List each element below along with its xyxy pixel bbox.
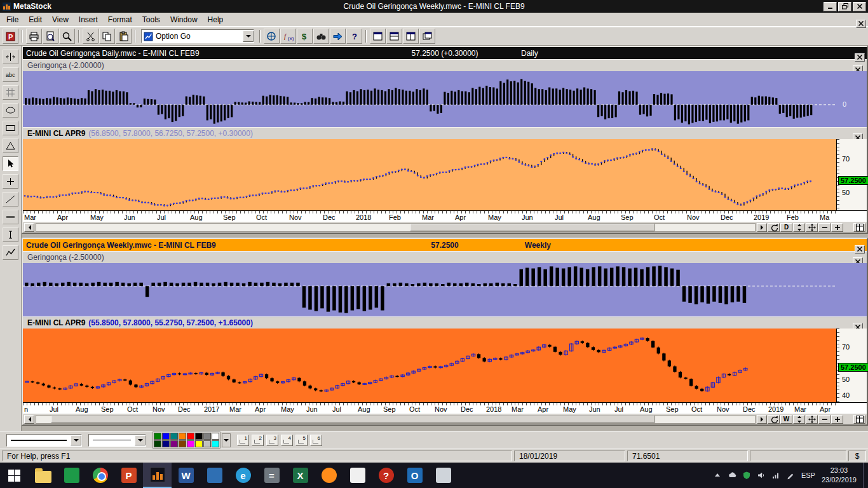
file-explorer-icon[interactable] [29,463,57,488]
daily-price-header[interactable]: E-MINI CL APR9 (56.8500, 57.8000, 56.725… [23,127,867,139]
palette-color-9[interactable] [154,440,161,447]
app-close-button[interactable] [853,2,866,11]
show-desktop-button[interactable] [863,463,865,488]
firefox-icon[interactable] [315,463,343,488]
daily-window-titlebar[interactable]: Crude Oil Geringonça Daily.mwc - E-MINI … [23,47,867,59]
internet-explorer-icon[interactable]: e [229,463,257,488]
weekly-zoom-in-button[interactable] [831,415,843,424]
start-button[interactable] [0,463,29,488]
library-app-icon[interactable] [57,463,86,488]
calculator-icon[interactable]: = [257,463,286,488]
line-weight-dropdown-icon[interactable] [135,435,146,445]
teams-app-icon[interactable] [200,463,229,488]
menu-file[interactable]: File [1,13,24,26]
daily-indicator-header[interactable]: Geringonça (-2.00000) [23,59,867,71]
daily-periodicity-button[interactable]: D [780,223,792,232]
daily-rescale-button[interactable] [768,223,780,232]
context-help-button[interactable]: ? [346,29,362,44]
print-preview-button[interactable] [43,29,58,44]
weekly-indicator-header[interactable]: Geringonça (-2.50000) [23,251,867,263]
menu-view[interactable]: View [47,13,74,26]
palette-color-16[interactable] [212,440,219,447]
paste-button[interactable] [116,29,132,44]
palette-color-2[interactable] [162,433,170,440]
layout-preset-6-button[interactable]: 6 [310,435,322,446]
daily-scroll-thumb[interactable] [410,224,654,231]
app-restore-button[interactable] [838,2,851,11]
layout-preset-3-button[interactable]: 3 [266,435,278,446]
zoom-button[interactable] [59,29,75,44]
tile-horizontal-button[interactable] [386,29,402,44]
weekly-periodicity-button[interactable]: W [780,415,792,424]
palette-color-8[interactable] [212,433,219,440]
weekly-zoom-out-button[interactable] [818,415,831,424]
palette-color-10[interactable] [162,440,170,447]
layout-preset-2-button[interactable]: 2 [252,435,264,446]
indicator-builder-button[interactable]: f(x) [280,29,296,44]
daily-pan-button[interactable] [806,223,818,232]
palette-color-13[interactable] [187,440,194,447]
app-minimize-button[interactable] [824,2,837,11]
grid-tool[interactable] [3,85,18,100]
layout-preset-1-button[interactable]: 1 [237,435,249,446]
metastock-icon[interactable] [143,463,172,488]
onedrive-icon[interactable] [728,471,736,480]
menu-edit[interactable]: Edit [24,13,47,26]
weekly-window-titlebar[interactable]: Crude Oil Geringonça Weekly.mwc - E-MINI… [23,239,867,251]
volume-icon[interactable] [757,471,766,480]
select-tool[interactable] [3,156,18,171]
palette-color-6[interactable] [195,433,203,440]
text-editor-icon[interactable] [429,463,458,488]
toolbox-combo[interactable]: Option Go [141,29,254,43]
taskbar-clock[interactable]: 23:03 23/02/2019 [822,466,857,485]
daily-price-chart[interactable] [23,139,836,210]
freehand-tool[interactable] [3,245,18,260]
horizontal-line-tool[interactable] [3,210,18,224]
line-style-dropdown-icon[interactable] [71,435,81,445]
text-cursor-tool[interactable] [3,227,18,242]
print-button[interactable] [26,29,42,44]
palette-color-11[interactable] [170,440,178,447]
weekly-rescale-button[interactable] [768,415,780,424]
powerpoint-icon[interactable]: P [114,463,143,488]
palette-color-14[interactable] [195,440,203,447]
app-titlebar[interactable]: MetaStock Crude Oil Geringonça Weekly.mw… [0,0,868,13]
weekly-scroll-right-button[interactable] [757,415,767,424]
daily-window-close-button[interactable] [855,53,865,62]
cascade-windows-button[interactable] [419,29,435,44]
palette-color-12[interactable] [179,440,186,447]
weekly-scroll-track[interactable] [36,415,756,424]
daily-zoom-out-button[interactable] [818,223,831,232]
help-app-icon[interactable]: ? [372,463,400,488]
menu-tools[interactable]: Tools [137,13,165,26]
weekly-scroll-thumb[interactable] [51,416,654,423]
rectangle-tool[interactable] [3,121,18,135]
palette-color-1[interactable] [154,433,161,440]
weekly-pan-button[interactable] [806,415,818,424]
expert-advisor-button[interactable]: $ [297,29,313,44]
ellipse-tool[interactable] [3,103,18,118]
language-indicator[interactable]: ESP [801,471,815,479]
line-style-combo[interactable] [6,434,82,447]
daily-scroll-right-button[interactable] [757,223,767,232]
word-icon[interactable]: W [172,463,200,488]
palette-color-7[interactable] [203,433,211,440]
chrome-icon[interactable] [86,463,114,488]
text-tool[interactable]: abc [3,67,18,82]
cut-button[interactable] [83,29,98,44]
power-console-button[interactable]: P [3,29,18,44]
weekly-data-sheet-button[interactable] [853,415,865,424]
layout-preset-4-button[interactable]: 4 [281,435,293,446]
palette-color-4[interactable] [179,433,186,440]
palette-color-3[interactable] [170,433,178,440]
panel-splitter-tool[interactable] [3,50,18,64]
tray-expand-icon[interactable] [713,471,722,480]
daily-indicator-chart[interactable] [23,71,836,127]
new-window-button[interactable] [370,29,386,44]
daily-zoom-in-button[interactable] [831,223,843,232]
downloader-button[interactable] [330,29,346,44]
menu-window[interactable]: Window [165,13,203,26]
menu-help[interactable]: Help [203,13,229,26]
trendline-tool[interactable] [3,192,18,207]
daily-scroll-left-button[interactable] [24,223,34,232]
